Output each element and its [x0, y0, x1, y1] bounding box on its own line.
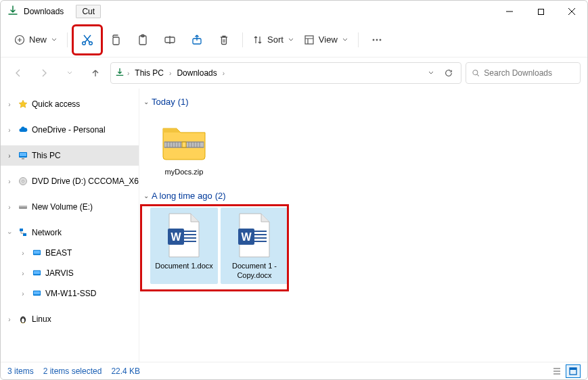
forward-button[interactable]	[33, 62, 55, 84]
svg-rect-37	[33, 250, 39, 254]
delete-button[interactable]	[211, 28, 237, 52]
cloud-icon	[17, 125, 29, 135]
svg-point-25	[473, 70, 478, 75]
svg-line-9	[85, 35, 91, 43]
new-label: New	[29, 34, 47, 45]
file-document-1[interactable]: W Document 1.docx	[150, 208, 218, 285]
sort-button[interactable]: Sort	[248, 28, 298, 52]
svg-rect-33	[19, 206, 27, 207]
svg-point-43	[22, 318, 24, 323]
svg-point-45	[23, 317, 24, 318]
status-selected: 2 items selected	[43, 366, 102, 376]
group-long-ago[interactable]: ⌄ A long time ago (2)	[141, 188, 587, 205]
sidebar-item-vm[interactable]: ›VM-W11-SSD	[1, 283, 139, 304]
details-view-button[interactable]	[549, 364, 564, 378]
share-button[interactable]	[184, 28, 210, 52]
chevron-right-icon[interactable]: ›	[169, 70, 171, 77]
chevron-right-icon[interactable]: ›	[223, 70, 225, 77]
group-today[interactable]: ⌄ Today (1)	[141, 94, 587, 111]
sidebar-label: Network	[32, 228, 62, 237]
more-button[interactable]	[364, 28, 390, 52]
status-items: 3 items	[7, 366, 34, 376]
sidebar-item-linux[interactable]: ›Linux	[1, 309, 139, 329]
sidebar-label: Quick access	[32, 99, 80, 109]
file-name: myDocs.zip	[165, 168, 204, 177]
svg-rect-11	[113, 37, 119, 45]
thumbnails-view-button[interactable]	[566, 364, 581, 378]
close-button[interactable]	[556, 1, 587, 22]
group-count: (2)	[215, 191, 226, 201]
chevron-right-icon[interactable]: ›	[127, 70, 129, 77]
svg-line-10	[84, 35, 90, 43]
group-count: (1)	[178, 97, 189, 107]
svg-text:W: W	[241, 231, 252, 243]
sidebar-item-quick-access[interactable]: ›Quick access	[1, 94, 139, 114]
monitor-icon	[30, 249, 43, 258]
breadcrumb-downloads[interactable]: Downloads	[174, 67, 219, 79]
copy-button[interactable]	[103, 28, 129, 52]
file-document-1-copy[interactable]: W Document 1 - Copy.docx	[221, 208, 288, 285]
monitor-icon	[30, 269, 43, 278]
new-button[interactable]: New	[10, 28, 62, 52]
search-input[interactable]	[484, 68, 574, 78]
body: ›Quick access ›OneDrive - Personal ›This…	[1, 89, 587, 362]
monitor-icon	[30, 289, 43, 298]
penguin-icon	[17, 314, 29, 324]
monitor-icon	[17, 151, 29, 160]
up-button[interactable]	[85, 62, 106, 84]
svg-rect-19	[305, 36, 313, 44]
minimize-button[interactable]	[494, 1, 525, 22]
file-name: Document 1.docx	[155, 262, 213, 271]
sidebar-item-network[interactable]: ›Network	[1, 222, 139, 243]
address-bar[interactable]: › This PC › Downloads ›	[110, 62, 461, 84]
recent-button[interactable]	[59, 62, 81, 84]
group-label: A long time ago	[152, 191, 212, 201]
chevron-down-icon: ⌄	[143, 192, 149, 199]
svg-rect-34	[20, 229, 23, 231]
separator	[358, 32, 359, 47]
zip-folder-icon	[160, 118, 208, 165]
file-mydocs-zip[interactable]: myDocs.zip	[150, 114, 218, 181]
refresh-button[interactable]	[440, 62, 457, 84]
svg-text:W: W	[171, 231, 181, 243]
svg-point-23	[376, 39, 378, 41]
rename-button[interactable]	[157, 28, 183, 52]
sidebar-item-this-pc[interactable]: ›This PC	[1, 145, 139, 166]
sidebar-item-new-volume[interactable]: ›New Volume (E:)	[1, 197, 139, 217]
separator	[67, 32, 68, 47]
sidebar-label: OneDrive - Personal	[32, 125, 106, 135]
cut-button[interactable]	[73, 26, 101, 54]
sidebar-item-dvd[interactable]: ›DVD Drive (D:) CCCOMA_X6	[1, 171, 139, 191]
sidebar-label: JARVIS	[45, 268, 74, 278]
content-pane[interactable]: ⌄ Today (1) myDocs.zip ⌄ A long time ago…	[139, 89, 587, 362]
view-label: View	[319, 34, 338, 45]
status-bar: 3 items 2 items selected 22.4 KB	[1, 362, 587, 379]
back-button[interactable]	[7, 62, 29, 84]
sidebar-label: BEAST	[45, 248, 72, 258]
sidebar-label: VM-W11-SSD	[45, 289, 96, 298]
sidebar-item-onedrive[interactable]: ›OneDrive - Personal	[1, 120, 139, 140]
svg-rect-39	[33, 270, 39, 274]
sidebar-item-beast[interactable]: ›BEAST	[1, 243, 139, 263]
svg-rect-35	[23, 233, 26, 236]
sidebar-label: Linux	[32, 314, 51, 324]
sort-label: Sort	[267, 34, 284, 45]
breadcrumb-this-pc[interactable]: This PC	[132, 67, 166, 79]
word-doc-icon: W	[160, 212, 208, 259]
downloads-icon	[7, 5, 18, 18]
paste-button[interactable]	[130, 28, 156, 52]
toolbar: New Sort View	[1, 22, 587, 57]
search-box[interactable]	[466, 62, 581, 84]
view-button[interactable]: View	[300, 28, 353, 52]
svg-rect-60	[182, 142, 186, 147]
maximize-button[interactable]	[525, 1, 556, 22]
file-name: Document 1 - Copy.docx	[222, 262, 287, 281]
drive-icon	[17, 202, 29, 212]
star-icon	[17, 99, 29, 109]
dropdown-button[interactable]	[424, 62, 438, 84]
network-icon	[17, 228, 29, 237]
word-doc-icon: W	[231, 212, 278, 259]
svg-point-24	[380, 39, 381, 41]
cut-tooltip: Cut	[76, 5, 101, 18]
sidebar-item-jarvis[interactable]: ›JARVIS	[1, 263, 139, 283]
